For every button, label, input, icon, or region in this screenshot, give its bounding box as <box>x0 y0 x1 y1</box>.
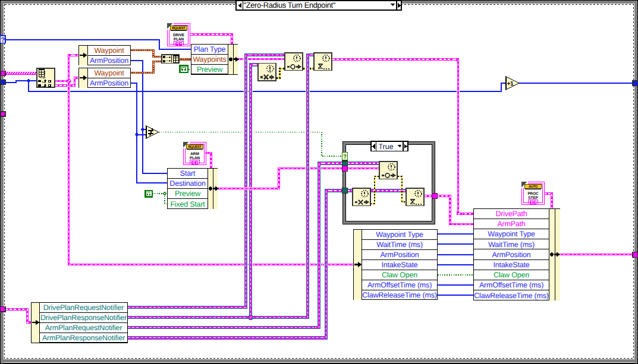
svg-text:Destination: Destination <box>169 179 206 188</box>
svg-text:Start: Start <box>180 169 196 178</box>
svg-text:Preview: Preview <box>175 189 201 198</box>
svg-text:DrivePlanRequestNotifier: DrivePlanRequestNotifier <box>43 303 124 312</box>
svg-text:WaitTime (ms): WaitTime (ms) <box>376 240 423 249</box>
svg-text:ArmOffsetTime (ms): ArmOffsetTime (ms) <box>479 281 543 289</box>
svg-text:+1: +1 <box>507 81 513 87</box>
svg-text:ClawReleaseTime (ms): ClawReleaseTime (ms) <box>474 292 548 300</box>
svg-text:IntakeState: IntakeState <box>493 261 529 269</box>
svg-text:DRIVE: DRIVE <box>173 33 185 37</box>
svg-text:ARM: ARM <box>190 152 199 156</box>
svg-text:ArmPosition: ArmPosition <box>90 79 128 87</box>
svg-text:Preview: Preview <box>197 65 223 74</box>
svg-text:True: True <box>378 143 393 151</box>
svg-text:AUTO: AUTO <box>529 185 538 189</box>
svg-text:Waypoints: Waypoints <box>193 55 226 64</box>
svg-text:DrivePlanResponseNotifier: DrivePlanResponseNotifier <box>40 314 127 322</box>
svg-text:Waypoint Type: Waypoint Type <box>488 230 535 238</box>
svg-text:PROC: PROC <box>527 192 539 196</box>
svg-text:ArmPosition: ArmPosition <box>380 251 419 259</box>
svg-text:ArmPosition: ArmPosition <box>492 251 530 259</box>
svg-text:WaitTime (ms): WaitTime (ms) <box>488 240 535 249</box>
svg-text:Fixed Start: Fixed Start <box>170 200 205 208</box>
svg-text:ArmPlanResponseNotifier: ArmPlanResponseNotifier <box>42 334 125 342</box>
svg-text:RQUEST: RQUEST <box>172 26 186 30</box>
svg-text:?: ? <box>343 154 347 160</box>
svg-text:Claw Open: Claw Open <box>382 271 417 279</box>
svg-text:Waypoint Type: Waypoint Type <box>376 230 423 239</box>
svg-text:Waypoint: Waypoint <box>94 69 124 77</box>
svg-text:RQUEST: RQUEST <box>188 145 202 149</box>
svg-text:Waypoint: Waypoint <box>94 46 124 55</box>
svg-text:ArmPosition: ArmPosition <box>90 56 128 65</box>
svg-text:"Zero-Radius Turn Endpoint": "Zero-Radius Turn Endpoint" <box>244 1 336 10</box>
svg-text:?: ? <box>1 37 5 44</box>
svg-text:ArmPlanRequestNotifier: ArmPlanRequestNotifier <box>45 324 122 332</box>
svg-text:ArmPath: ArmPath <box>497 220 525 228</box>
svg-text:ClawReleaseTime (ms): ClawReleaseTime (ms) <box>362 291 436 299</box>
svg-text:DrivePath: DrivePath <box>495 210 527 218</box>
svg-text:Plan Type: Plan Type <box>194 45 226 53</box>
svg-text:IntakeState: IntakeState <box>381 261 417 269</box>
svg-text:ArmOffsetTime (ms): ArmOffsetTime (ms) <box>367 281 432 289</box>
svg-text:Claw Open: Claw Open <box>494 271 529 279</box>
